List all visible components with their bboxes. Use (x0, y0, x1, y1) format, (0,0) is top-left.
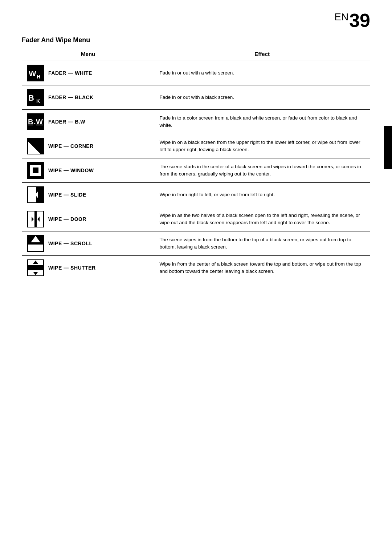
table-row: WIPE — SLIDE Wipe in from right to left,… (22, 183, 370, 207)
fader-white-label: FADER — WHITE (48, 70, 92, 76)
wipe-slide-label: WIPE — SLIDE (48, 192, 86, 198)
section-title: Fader And Wipe Menu (22, 36, 370, 44)
table-row: WIPE — CORNER Wipe in on a black screen … (22, 134, 370, 158)
menu-cell-fader-black: B K FADER — BLACK (22, 85, 154, 110)
side-tab (384, 126, 392, 169)
wipe-slide-icon (27, 186, 44, 203)
table-header-effect: Effect (154, 47, 370, 61)
fader-black-icon-svg: B K (27, 89, 44, 106)
wipe-shutter-icon-svg (27, 259, 44, 276)
fader-bw-label: FADER — B.W (48, 119, 85, 125)
table-row: B K FADER — BLACK Fade in or out with a … (22, 85, 370, 110)
wipe-door-icon-svg (27, 211, 44, 227)
en-prefix: EN (334, 11, 348, 23)
effect-cell-wipe-scroll: The scene wipes in from the bottom to th… (154, 231, 370, 256)
fader-bw-effect: Fade in to a color screen from a black a… (159, 115, 357, 128)
table-row: B . W FADER — B.W Fade in to a color scr… (22, 110, 370, 134)
table-row: WIPE — WINDOW The scene starts in the ce… (22, 158, 370, 183)
wipe-window-effect: The scene starts in the center of a blac… (159, 164, 361, 177)
table-row: WIPE — SCROLL The scene wipes in from th… (22, 231, 370, 256)
wipe-corner-icon (27, 138, 44, 154)
wipe-slide-effect: Wipe in from right to left, or wipe out … (159, 192, 274, 197)
page-container: EN39 Fader And Wipe Menu Menu Effect (0, 0, 392, 295)
wipe-slide-icon-svg (27, 186, 44, 203)
menu-cell-wipe-scroll: WIPE — SCROLL (22, 231, 154, 256)
svg-text:H: H (37, 74, 40, 80)
menu-cell-wipe-slide: WIPE — SLIDE (22, 183, 154, 207)
svg-text:W: W (29, 69, 36, 78)
wipe-door-icon (27, 211, 44, 227)
wipe-door-effect: Wipe in as the two halves of a black scr… (159, 213, 360, 225)
menu-cell-wipe-corner: WIPE — CORNER (22, 134, 154, 158)
wipe-scroll-icon-svg (27, 235, 44, 252)
main-table: Menu Effect W H (22, 47, 370, 280)
effect-cell-fader-black: Fade in or out with a black screen. (154, 85, 370, 110)
wipe-corner-label: WIPE — CORNER (48, 143, 94, 149)
svg-rect-14 (33, 167, 38, 173)
svg-text:K: K (36, 98, 40, 104)
svg-text:.: . (34, 118, 36, 126)
wipe-shutter-effect: Wipe in from the center of a black scree… (159, 261, 361, 274)
effect-cell-fader-bw: Fade in to a color screen from a black a… (154, 110, 370, 134)
menu-cell-fader-bw: B . W FADER — B.W (22, 110, 154, 134)
fader-white-effect: Fade in or out with a white screen. (159, 70, 234, 76)
svg-text:W: W (36, 118, 43, 126)
svg-text:B: B (28, 93, 34, 102)
menu-cell-wipe-shutter: WIPE — SHUTTER (22, 256, 154, 280)
fader-white-icon-svg: W H (27, 65, 44, 81)
fader-black-label: FADER — BLACK (48, 94, 94, 100)
table-row: WIPE — DOOR Wipe in as the two halves of… (22, 207, 370, 231)
effect-cell-wipe-slide: Wipe in from right to left, or wipe out … (154, 183, 370, 207)
wipe-shutter-label: WIPE — SHUTTER (48, 265, 96, 271)
fader-bw-icon: B . W (27, 113, 44, 130)
wipe-scroll-icon (27, 235, 44, 252)
fader-white-icon: W H (27, 65, 44, 81)
menu-cell-wipe-door: WIPE — DOOR (22, 207, 154, 231)
effect-cell-fader-white: Fade in or out with a white screen. (154, 61, 370, 85)
wipe-corner-icon-svg (27, 138, 44, 154)
effect-cell-wipe-corner: Wipe in on a black screen from the upper… (154, 134, 370, 158)
wipe-corner-effect: Wipe in on a black screen from the upper… (159, 140, 360, 152)
effect-cell-wipe-shutter: Wipe in from the center of a black scree… (154, 256, 370, 280)
effect-cell-wipe-door: Wipe in as the two halves of a black scr… (154, 207, 370, 231)
menu-cell-fader-white: W H FADER — WHITE (22, 61, 154, 85)
table-header-menu: Menu (22, 47, 154, 61)
wipe-window-icon-svg (27, 162, 44, 179)
page-number: EN39 (334, 11, 370, 30)
table-row: WIPE — SHUTTER Wipe in from the center o… (22, 256, 370, 280)
wipe-scroll-effect: The scene wipes in from the bottom to th… (159, 237, 351, 250)
table-row: W H FADER — WHITE Fade in or out with a … (22, 61, 370, 85)
effect-cell-wipe-window: The scene starts in the center of a blac… (154, 158, 370, 183)
fader-black-icon: B K (27, 89, 44, 106)
fader-bw-icon-svg: B . W (27, 113, 44, 130)
menu-cell-wipe-window: WIPE — WINDOW (22, 158, 154, 183)
wipe-door-label: WIPE — DOOR (48, 216, 86, 222)
fader-black-effect: Fade in or out with a black screen. (159, 94, 234, 100)
wipe-shutter-icon (27, 259, 44, 276)
wipe-window-icon (27, 162, 44, 179)
svg-text:B: B (28, 118, 33, 126)
wipe-scroll-label: WIPE — SCROLL (48, 241, 93, 246)
svg-rect-24 (28, 245, 43, 251)
svg-rect-16 (28, 187, 36, 202)
wipe-window-label: WIPE — WINDOW (48, 167, 94, 173)
